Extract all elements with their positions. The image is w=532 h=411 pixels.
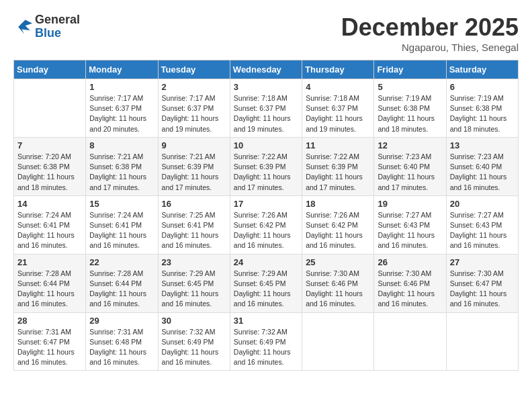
col-monday: Monday (86, 60, 158, 79)
calendar-cell: 27Sunrise: 7:30 AMSunset: 6:47 PMDayligh… (446, 254, 518, 312)
day-info: Sunrise: 7:18 AMSunset: 6:37 PMDaylight:… (306, 93, 370, 134)
day-info: Sunrise: 7:30 AMSunset: 6:47 PMDaylight:… (450, 269, 515, 310)
day-info: Sunrise: 7:26 AMSunset: 6:42 PMDaylight:… (234, 210, 298, 251)
calendar-cell (302, 312, 374, 371)
day-number: 14 (17, 199, 82, 209)
calendar-cell: 14Sunrise: 7:24 AMSunset: 6:41 PMDayligh… (14, 195, 86, 254)
calendar-cell: 18Sunrise: 7:26 AMSunset: 6:42 PMDayligh… (302, 195, 374, 254)
day-info: Sunrise: 7:32 AMSunset: 6:49 PMDaylight:… (162, 327, 226, 368)
day-info: Sunrise: 7:18 AMSunset: 6:37 PMDaylight:… (234, 93, 298, 134)
calendar-cell: 10Sunrise: 7:22 AMSunset: 6:39 PMDayligh… (230, 137, 302, 195)
day-number: 28 (17, 316, 82, 326)
calendar-row-1: 1Sunrise: 7:17 AMSunset: 6:37 PMDaylight… (14, 79, 519, 138)
calendar-cell: 7Sunrise: 7:20 AMSunset: 6:38 PMDaylight… (14, 137, 86, 195)
calendar-table: Sunday Monday Tuesday Wednesday Thursday… (13, 60, 519, 371)
calendar-cell: 11Sunrise: 7:22 AMSunset: 6:39 PMDayligh… (302, 137, 374, 195)
month-title: December 2025 (341, 13, 519, 42)
calendar-cell: 16Sunrise: 7:25 AMSunset: 6:41 PMDayligh… (158, 195, 230, 254)
calendar-cell (14, 79, 86, 138)
day-info: Sunrise: 7:26 AMSunset: 6:42 PMDaylight:… (306, 210, 370, 251)
day-number: 7 (17, 140, 82, 150)
col-thursday: Thursday (302, 60, 374, 79)
calendar-cell: 8Sunrise: 7:21 AMSunset: 6:38 PMDaylight… (86, 137, 158, 195)
calendar-cell: 15Sunrise: 7:24 AMSunset: 6:41 PMDayligh… (86, 195, 158, 254)
day-info: Sunrise: 7:25 AMSunset: 6:41 PMDaylight:… (162, 210, 226, 251)
day-info: Sunrise: 7:21 AMSunset: 6:39 PMDaylight:… (162, 152, 226, 193)
calendar-row-4: 21Sunrise: 7:28 AMSunset: 6:44 PMDayligh… (14, 254, 519, 312)
calendar-cell: 3Sunrise: 7:18 AMSunset: 6:37 PMDaylight… (230, 79, 302, 138)
day-number: 3 (234, 82, 298, 92)
day-info: Sunrise: 7:24 AMSunset: 6:41 PMDaylight:… (17, 210, 82, 251)
calendar-cell: 1Sunrise: 7:17 AMSunset: 6:37 PMDaylight… (86, 79, 158, 138)
day-number: 25 (306, 257, 370, 267)
day-info: Sunrise: 7:28 AMSunset: 6:44 PMDaylight:… (89, 269, 154, 310)
day-info: Sunrise: 7:22 AMSunset: 6:39 PMDaylight:… (234, 152, 298, 193)
day-number: 29 (89, 316, 154, 326)
day-info: Sunrise: 7:17 AMSunset: 6:37 PMDaylight:… (89, 93, 154, 134)
day-number: 1 (89, 82, 154, 92)
day-info: Sunrise: 7:31 AMSunset: 6:47 PMDaylight:… (17, 327, 82, 368)
col-tuesday: Tuesday (158, 60, 230, 79)
calendar-cell: 20Sunrise: 7:27 AMSunset: 6:43 PMDayligh… (446, 195, 518, 254)
day-info: Sunrise: 7:30 AMSunset: 6:46 PMDaylight:… (306, 269, 370, 310)
calendar-cell: 6Sunrise: 7:19 AMSunset: 6:38 PMDaylight… (446, 79, 518, 138)
calendar-cell: 30Sunrise: 7:32 AMSunset: 6:49 PMDayligh… (158, 312, 230, 371)
day-number: 10 (234, 140, 298, 150)
day-number: 16 (162, 199, 226, 209)
day-number: 20 (450, 199, 515, 209)
logo-blue: Blue (35, 27, 80, 40)
day-info: Sunrise: 7:22 AMSunset: 6:39 PMDaylight:… (306, 152, 370, 193)
calendar-cell: 23Sunrise: 7:29 AMSunset: 6:45 PMDayligh… (158, 254, 230, 312)
calendar-cell (374, 312, 446, 371)
day-number: 2 (162, 82, 226, 92)
day-number: 26 (378, 257, 442, 267)
day-number: 17 (234, 199, 298, 209)
calendar-cell: 25Sunrise: 7:30 AMSunset: 6:46 PMDayligh… (302, 254, 374, 312)
col-wednesday: Wednesday (230, 60, 302, 79)
col-saturday: Saturday (446, 60, 518, 79)
logo-general: General (35, 13, 80, 27)
calendar-cell: 29Sunrise: 7:31 AMSunset: 6:48 PMDayligh… (86, 312, 158, 371)
calendar-cell (446, 312, 518, 371)
day-number: 13 (450, 140, 515, 150)
calendar-cell: 2Sunrise: 7:17 AMSunset: 6:37 PMDaylight… (158, 79, 230, 138)
day-info: Sunrise: 7:23 AMSunset: 6:40 PMDaylight:… (450, 152, 515, 193)
calendar-cell: 26Sunrise: 7:30 AMSunset: 6:46 PMDayligh… (374, 254, 446, 312)
calendar-cell: 21Sunrise: 7:28 AMSunset: 6:44 PMDayligh… (14, 254, 86, 312)
day-info: Sunrise: 7:29 AMSunset: 6:45 PMDaylight:… (234, 269, 298, 310)
day-info: Sunrise: 7:32 AMSunset: 6:49 PMDaylight:… (234, 327, 298, 368)
col-sunday: Sunday (14, 60, 86, 79)
calendar-cell: 5Sunrise: 7:19 AMSunset: 6:38 PMDaylight… (374, 79, 446, 138)
day-info: Sunrise: 7:19 AMSunset: 6:38 PMDaylight:… (450, 93, 515, 134)
calendar-cell: 4Sunrise: 7:18 AMSunset: 6:37 PMDaylight… (302, 79, 374, 138)
day-number: 18 (306, 199, 370, 209)
day-number: 8 (89, 140, 154, 150)
calendar-cell: 28Sunrise: 7:31 AMSunset: 6:47 PMDayligh… (14, 312, 86, 371)
day-number: 15 (89, 199, 154, 209)
day-info: Sunrise: 7:31 AMSunset: 6:48 PMDaylight:… (89, 327, 154, 368)
day-number: 27 (450, 257, 515, 267)
day-number: 23 (162, 257, 226, 267)
day-info: Sunrise: 7:30 AMSunset: 6:46 PMDaylight:… (378, 269, 442, 310)
calendar-cell: 12Sunrise: 7:23 AMSunset: 6:40 PMDayligh… (374, 137, 446, 195)
page-header: General Blue December 2025 Ngaparou, Thi… (13, 13, 519, 53)
day-info: Sunrise: 7:28 AMSunset: 6:44 PMDaylight:… (17, 269, 82, 310)
day-info: Sunrise: 7:19 AMSunset: 6:38 PMDaylight:… (378, 93, 442, 134)
day-number: 22 (89, 257, 154, 267)
day-info: Sunrise: 7:27 AMSunset: 6:43 PMDaylight:… (450, 210, 515, 251)
logo-text: General Blue (35, 13, 80, 40)
day-number: 12 (378, 140, 442, 150)
calendar-cell: 17Sunrise: 7:26 AMSunset: 6:42 PMDayligh… (230, 195, 302, 254)
calendar-cell: 24Sunrise: 7:29 AMSunset: 6:45 PMDayligh… (230, 254, 302, 312)
svg-marker-0 (18, 19, 32, 34)
col-friday: Friday (374, 60, 446, 79)
calendar-row-3: 14Sunrise: 7:24 AMSunset: 6:41 PMDayligh… (14, 195, 519, 254)
calendar-cell: 22Sunrise: 7:28 AMSunset: 6:44 PMDayligh… (86, 254, 158, 312)
calendar-cell: 9Sunrise: 7:21 AMSunset: 6:39 PMDaylight… (158, 137, 230, 195)
day-info: Sunrise: 7:20 AMSunset: 6:38 PMDaylight:… (17, 152, 82, 193)
day-number: 11 (306, 140, 370, 150)
day-number: 31 (234, 316, 298, 326)
day-info: Sunrise: 7:17 AMSunset: 6:37 PMDaylight:… (162, 93, 226, 134)
day-number: 30 (162, 316, 226, 326)
calendar-cell: 19Sunrise: 7:27 AMSunset: 6:43 PMDayligh… (374, 195, 446, 254)
